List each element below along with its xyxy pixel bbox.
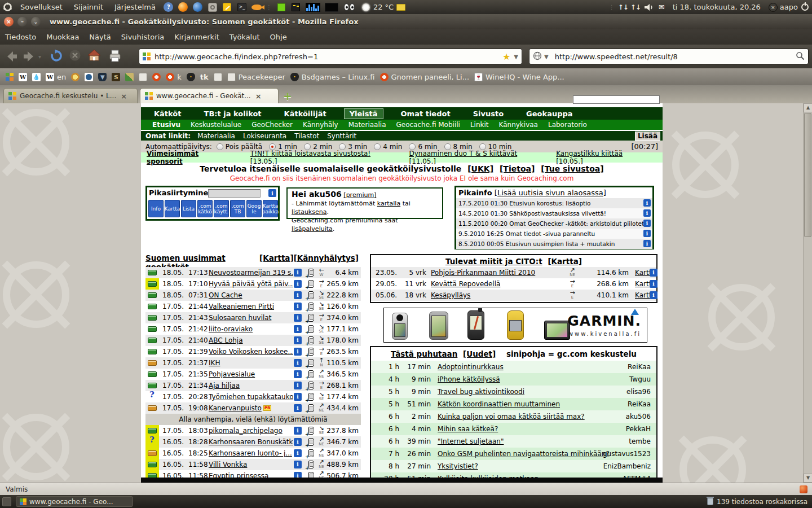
bookmark-tiles-icon[interactable] [6,73,14,81]
sub-nav-item[interactable]: Kännykivaa [499,121,538,129]
browser-menu-item[interactable]: Sivuhistoria [116,33,169,41]
bookmark-wikipedia-icon[interactable]: W [19,73,27,81]
phone-alert-icon[interactable]: + [305,427,314,435]
terminal-icon[interactable]: >_ [236,2,248,13]
quickjump-button[interactable]: Kartta paikka [263,200,278,217]
phone-alert-icon[interactable]: + [305,291,314,299]
panel-menu[interactable]: Järjestelmä [109,3,161,11]
panel-menu[interactable]: Sovellukset [15,3,68,11]
phone-alert-icon[interactable]: + [305,370,314,378]
meeting-name-link[interactable]: Kesäpylläys [431,290,470,301]
address-input[interactable] [155,52,502,61]
cache-name-link[interactable]: Pohjavesialue [209,369,293,380]
url-dropdown-icon[interactable]: ▼ [514,54,518,60]
quickjump-button[interactable]: .com TB [230,200,245,217]
firefox-launcher-icon[interactable] [178,2,189,13]
cache-name[interactable]: Voiko Voikosken koskee... [209,348,293,356]
topic-title-link[interactable]: Adoptointinurkkaus [438,361,504,373]
topics-title-link[interactable]: Tästä puhutaan [391,349,457,358]
power-icon[interactable] [801,3,809,11]
cache-name-link[interactable]: ABC Lohja [209,335,293,346]
caches-alert-link[interactable]: [Kännyhälytys] [294,253,359,267]
radio-icon[interactable] [409,143,416,150]
sponsor-item[interactable]: Kangastilkku kiittää [10.05.] [556,150,649,165]
list-link[interactable]: listauksena [292,208,326,216]
phone-alert-icon[interactable]: + [305,393,314,401]
address-bar[interactable]: ★ ▼ [139,49,522,64]
info-icon[interactable]: i [294,303,302,310]
cache-name[interactable]: Aja hiljaa [209,382,240,389]
sub-nav-item[interactable]: Linkit [470,121,489,129]
bookmark-pacman-icon[interactable] [85,73,93,81]
browser-menu-item[interactable]: Muokkaa [41,33,84,41]
bookmark-tk-icon[interactable]: tk [200,73,209,81]
info-icon[interactable]: i [294,269,302,277]
radio-icon[interactable] [444,143,451,150]
cache-name[interactable]: Sulosaaren huvilat [209,314,271,322]
sponsor-link[interactable]: Kangastilkku kiittää [556,150,623,157]
info-icon[interactable]: i [650,269,657,277]
radio-icon[interactable] [479,143,486,150]
cache-name-link[interactable]: liito-oraviako [209,323,293,335]
topic-title-link[interactable]: iPhone kätköilyssä [438,373,500,386]
phone-alert-icon[interactable]: + [305,382,314,389]
cache-name[interactable]: IKH [209,359,220,367]
cache-name[interactable]: Pohjavesialue [209,370,255,378]
bookmark-doc2-icon[interactable] [214,73,222,81]
cache-name[interactable]: pikomala_archipelago [209,427,283,435]
topic-title-link[interactable]: Travel bug aktivointikoodi [438,386,524,398]
info-icon[interactable]: i [650,291,657,299]
weather-temp[interactable]: 22 °C [373,3,394,11]
more-links-button[interactable]: Lisää [635,132,660,141]
sub-nav-item[interactable]: Keskustelualue [191,121,241,129]
cache-name-link[interactable]: Voiko Voikosken koskee... [209,346,293,357]
radio-icon[interactable] [269,143,276,150]
topic-title-link[interactable]: Onko GSM puhelinten navigaattoreista mih… [438,448,610,460]
page-scrollbar[interactable]: ▲ ▼ [803,103,812,483]
cache-name[interactable]: Hyvää päivää yötä päiv... [209,280,293,288]
quickjump-button[interactable]: Info [148,200,164,217]
main-nav-item[interactable]: Geokauppa [521,109,577,119]
sub-nav-item[interactable]: Etusivu [152,121,180,129]
tab-geocache-front[interactable]: www.geocache.fi - Geokät... × [140,88,279,103]
main-nav-item[interactable]: TB:t ja kolikot [199,109,267,119]
bookmark-emblem-icon[interactable] [71,73,80,81]
print-icon[interactable] [108,49,122,63]
info-icon[interactable]: i [294,359,302,367]
info-icon[interactable]: i [294,404,302,412]
browser-menu-item[interactable]: Tiedosto [0,33,41,41]
garmin-ad-banner[interactable]: GARMIN. www.kivenalla.fi [383,308,647,343]
cache-name[interactable]: ON Cache [209,291,242,299]
cache-name-link[interactable]: Aja hiljaa [209,380,293,391]
scroll-up-icon[interactable]: ▲ [804,103,812,112]
bookmark-gnome-panel[interactable]: Gnomen paneeli, Li... [380,73,470,81]
bookmark-star-icon[interactable]: ★ [502,51,510,62]
window-minimize-button[interactable]: – [17,17,27,27]
stop-icon[interactable] [69,49,81,62]
topic-title-link[interactable]: Yksityistiet? [438,460,478,472]
phone-alert-icon[interactable]: + [305,325,314,333]
bookmark-map-icon[interactable] [125,73,134,81]
radio-icon[interactable] [339,143,346,150]
cache-name-link[interactable]: ON Cache [209,290,293,301]
quickjump-button[interactable]: Goog le [246,200,262,217]
info-icon[interactable]: i [294,348,302,356]
own-link[interactable]: Tilastot [294,132,319,140]
phone-alert-icon[interactable]: + [305,303,314,310]
bookmark-ubuntu-icon[interactable] [152,73,161,81]
cache-name[interactable]: ABC Lohja [209,336,243,344]
tab-close-icon[interactable]: × [121,92,127,100]
blank-monitor-applet[interactable] [324,2,339,13]
reload-icon[interactable] [50,49,63,63]
quickjump-button[interactable]: .com kätkö [197,200,213,217]
audio-visualizer-applet[interactable] [305,2,321,13]
stock-ticker-icon[interactable] [395,2,407,13]
home-icon[interactable] [87,49,101,62]
trash-icon[interactable] [707,498,713,505]
info-icon[interactable]: i [643,220,651,227]
sponsor-item[interactable]: Dynaaminen duo T & S kiittävät [11.05.] [409,150,542,165]
ubuntu-logo-icon[interactable] [2,2,13,13]
own-link[interactable]: Lokiseuranta [243,132,286,140]
info-icon[interactable]: i [294,393,302,401]
bookmark-doc-icon[interactable] [139,73,147,81]
